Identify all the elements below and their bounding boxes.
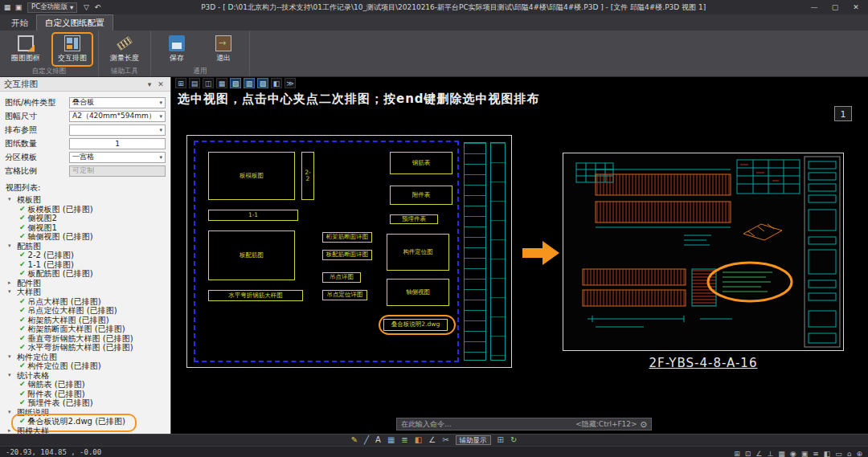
line-icon[interactable]: ╱ <box>364 435 369 446</box>
text-icon[interactable]: A <box>375 435 381 446</box>
table-icon[interactable]: ▦ <box>387 435 395 446</box>
snap-icon[interactable]: ⊞ <box>734 450 740 457</box>
tab-start[interactable]: 开始 <box>3 15 36 31</box>
app-logo-icon[interactable]: ▦ <box>2 2 13 13</box>
layout-grid-icon[interactable]: ▦ <box>216 78 227 88</box>
tree-item[interactable]: ✔桁架筋大样图 (已排图) <box>8 316 170 325</box>
command-input-placeholder[interactable]: 在此输入命令... <box>401 419 452 430</box>
sheet-view-box[interactable]: 板模板图 <box>208 152 295 200</box>
more-tools-icon[interactable]: ≫ <box>285 78 296 88</box>
sheet-view-icon[interactable]: ▥ <box>244 78 255 88</box>
tree-item[interactable]: ✔构件定位图 (已排图) <box>8 361 170 371</box>
tree-item[interactable]: ✔侧视图2 <box>8 214 170 223</box>
fill-icon[interactable]: ◧ <box>415 435 422 446</box>
osnap-icon[interactable]: ▦ <box>778 450 785 457</box>
expander-icon[interactable]: ▾ <box>8 195 14 205</box>
tree-category[interactable]: ▾配筋图 <box>8 242 170 251</box>
expander-icon[interactable]: ▸ <box>8 279 14 288</box>
expander-icon[interactable]: ▾ <box>8 353 14 362</box>
home-icon[interactable]: ⌂ <box>847 450 852 457</box>
close-button[interactable]: ✕ <box>845 0 866 14</box>
interactive-layout-button[interactable]: 交互排图 <box>53 34 92 65</box>
zone-template-select[interactable]: 一宫格 ▾ <box>69 152 166 163</box>
tree-item[interactable]: ✔吊点定位大样图 (已排图) <box>8 306 170 316</box>
component-type-select[interactable]: 叠合板 ▾ <box>69 97 166 108</box>
tree-category[interactable]: ▾图纸说明 <box>8 408 170 418</box>
tree-item[interactable]: ✔预埋件表 (已排图) <box>8 398 170 408</box>
sheet-size-select[interactable]: A2（420mm*594mm） ▾ <box>69 111 166 122</box>
sheet-view-box[interactable]: 吊点定位详图 <box>322 290 367 300</box>
layers-icon[interactable]: ≣ <box>401 435 407 446</box>
tree-category[interactable]: ▸配件图 <box>8 279 170 288</box>
sheet-view-box[interactable]: 水平弯折钢筋大样图 <box>208 290 303 301</box>
display-toggle-button[interactable]: 辅助显示 <box>456 435 491 445</box>
sheet-view-box[interactable]: 轴侧视图 <box>387 279 449 306</box>
drawing-canvas[interactable]: ⊞▤◫▦▧▥▨◧≫ 选中视图，点击中心夹点二次排图；按end键删除选中视图排布 … <box>171 77 868 434</box>
sheet-count-input[interactable]: 1 <box>69 138 166 149</box>
fullscreen-icon[interactable]: ⊕ <box>856 450 862 457</box>
expander-icon[interactable]: ▾ <box>8 288 14 297</box>
undo-icon[interactable]: ↶ <box>92 2 103 13</box>
tree-item[interactable]: ✔吊点大样图 (已排图) <box>8 297 170 307</box>
sheet-view-box[interactable]: 1-1 <box>208 210 298 221</box>
left-sheet[interactable]: 板模板图2-21-1板配筋图水平弯折钢筋大样图桁架筋断面详图板配筋断面详图吊点详… <box>186 135 512 368</box>
sheet-view-box[interactable]: 预埋件表 <box>390 214 438 224</box>
tree-item[interactable]: ✔钢筋表 (已排图) <box>8 380 170 390</box>
scissors-icon[interactable]: ✂ <box>442 435 448 446</box>
lineweight-icon[interactable]: ≡ <box>813 450 819 457</box>
tree-item[interactable]: ✔叠合板说明2.dwg (已排图) <box>8 417 170 426</box>
sheet-view-box[interactable]: 叠合板说明2.dwg <box>383 319 448 331</box>
save-button[interactable]: 保存 <box>158 34 196 65</box>
expander-icon[interactable]: ▾ <box>8 242 14 251</box>
tree-item[interactable]: ✔垂直弯折钢筋大样图 (已排图) <box>8 334 170 344</box>
expander-icon[interactable]: ▸ <box>8 426 14 435</box>
panel-close-icon[interactable]: ✕ <box>155 80 166 88</box>
display-style-icon[interactable]: ▧ <box>230 78 241 88</box>
expander-icon[interactable]: ▾ <box>8 371 14 381</box>
result-sheet[interactable] <box>563 153 844 351</box>
tree-item[interactable]: ✔附件表 (已排图) <box>8 390 170 399</box>
mode-select[interactable]: PC全功能版 ▾ <box>27 2 77 13</box>
tree-category[interactable]: ▾大样图 <box>8 288 170 297</box>
tree-category[interactable]: ▾构件定位图 <box>8 353 170 362</box>
tree-category[interactable]: ▾统计表格 <box>8 371 170 381</box>
search-icon[interactable]: ⊙ <box>641 420 647 429</box>
model-icon[interactable]: ▭ <box>835 450 842 457</box>
model-view-icon[interactable]: ▨ <box>257 78 268 88</box>
exit-button[interactable]: 退出 <box>204 34 243 65</box>
pin-icon[interactable]: ▾ <box>144 80 155 88</box>
sheet-view-box[interactable]: 2-2 <box>301 152 314 200</box>
polar-icon[interactable]: ∠ <box>755 450 762 457</box>
tree-item[interactable]: ✔水平弯折钢筋大样图 (已排图) <box>8 343 170 353</box>
layers-panel-icon[interactable]: ◫ <box>203 78 214 88</box>
save-quick-icon[interactable]: ▽ <box>80 2 92 13</box>
grid-icon[interactable]: ⊞ <box>497 435 504 446</box>
track-icon[interactable]: ◉ <box>790 450 796 457</box>
measure-length-button[interactable]: 测量长度 <box>105 34 144 65</box>
tree-item[interactable]: ✔2-2 (已排图) <box>8 251 170 260</box>
tree-item[interactable]: ✔侧视图1 <box>8 223 170 233</box>
sheet-view-box[interactable]: 板配筋断面详图 <box>322 250 372 260</box>
sheet-view-box[interactable]: 附件表 <box>390 186 452 205</box>
tree-item[interactable]: ✔板配筋图 (已排图) <box>8 269 170 279</box>
grid-icon[interactable]: ⊡ <box>745 450 751 457</box>
frame-select-button[interactable]: 圈图图框 <box>6 34 45 65</box>
dyninput-icon[interactable]: ▣ <box>801 450 809 457</box>
tree-item[interactable]: ✔1-1 (已排图) <box>8 260 170 270</box>
ucs-icon[interactable]: ▤ <box>189 78 200 88</box>
layout-reference-select[interactable]: ▾ <box>69 124 166 136</box>
command-bar[interactable]: 在此输入命令... <隐藏:Ctrl+F12> ⊙ <box>396 418 652 430</box>
sheet-view-box[interactable]: 钢筋表 <box>390 152 452 174</box>
tree-category[interactable]: ▾模板图 <box>8 195 170 205</box>
ortho-icon[interactable]: ⊥ <box>767 450 773 457</box>
sheet-view-box[interactable]: 桁架筋断面详图 <box>322 232 372 243</box>
split-view-icon[interactable]: ◧ <box>271 78 282 88</box>
refresh-icon[interactable]: ↻ <box>510 435 517 446</box>
viewport-icon[interactable]: ⊞ <box>175 78 186 88</box>
maximize-button[interactable]: ▢ <box>825 0 845 14</box>
sheet-view-box[interactable]: 构件定位图 <box>387 234 449 271</box>
expander-icon[interactable]: ▾ <box>8 408 14 418</box>
tree-category[interactable]: ▸图模大样 <box>8 426 170 435</box>
tree-item[interactable]: ✔轴侧视图 (已排图) <box>8 232 170 242</box>
minimize-button[interactable]: — <box>804 0 825 14</box>
